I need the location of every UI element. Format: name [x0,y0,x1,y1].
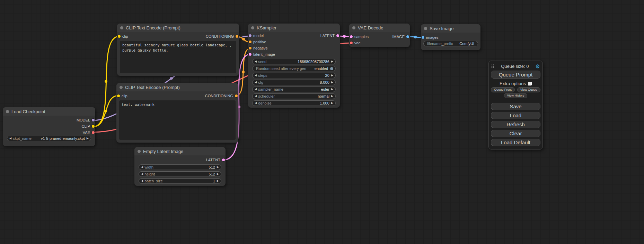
node-title-bar[interactable]: CLIP Text Encode (Prompt) [116,83,238,91]
decrement-arrow-icon[interactable]: ◀ [255,74,257,77]
decrement-arrow-icon[interactable]: ◀ [255,95,257,98]
collapse-dot[interactable] [251,26,254,29]
widget-denoise[interactable]: ◀ denoise 1.000 ▶ [252,100,336,106]
increment-arrow-icon[interactable]: ▶ [331,81,333,84]
decrement-arrow-icon[interactable]: ◀ [141,180,143,182]
input-slot-negative[interactable] [249,47,252,49]
widget-scheduler[interactable]: ◀ scheduler normal ▶ [252,93,336,99]
node-title: CLIP Text Encode (Prompt) [126,25,180,30]
clear-button[interactable]: Clear [491,130,540,137]
widget-random-seed-toggle[interactable]: Random seed after every gen enabled [252,66,336,71]
collapse-dot[interactable] [6,110,9,113]
widget-steps[interactable]: ◀ steps 20 ▶ [252,73,336,78]
save-button[interactable]: Save [491,103,540,110]
refresh-button[interactable]: Refresh [491,121,540,128]
input-slot-vae[interactable] [350,42,353,44]
input-label-latent-image: latent_image [253,52,275,56]
node-title-bar[interactable]: VAE Decode [349,24,410,32]
collapse-dot[interactable] [424,27,427,30]
queue-prompt-button[interactable]: Queue Prompt [491,71,540,79]
output-label-conditioning: CONDITIONING [205,94,233,98]
input-label-images: images [426,35,438,39]
load-default-button[interactable]: Load Default [491,139,540,146]
collapse-dot[interactable] [120,86,123,89]
decrement-arrow-icon[interactable]: ◀ [141,173,143,175]
toggle-knob-icon[interactable] [330,67,333,70]
output-slot-vae[interactable] [92,131,95,134]
decrement-arrow-icon[interactable]: ◀ [255,81,257,84]
widget-height[interactable]: ◀ height 512 ▶ [139,171,221,177]
drag-handle-icon[interactable] [491,64,494,69]
increment-arrow-icon[interactable]: ▶ [331,74,333,77]
increment-arrow-icon[interactable]: ▶ [331,60,333,63]
increment-arrow-icon[interactable]: ▶ [87,137,89,140]
decrement-arrow-icon[interactable]: ◀ [255,60,257,63]
input-label-positive: positive [253,40,266,44]
increment-arrow-icon[interactable]: ▶ [331,95,333,98]
decrement-arrow-icon[interactable]: ◀ [141,166,143,169]
output-slot-clip[interactable] [92,125,95,128]
node-ksampler[interactable]: KSampler model LATENT positive [248,24,340,108]
output-slot-conditioning[interactable] [235,94,238,97]
node-title-bar[interactable]: Save Image [421,24,480,33]
increment-arrow-icon[interactable]: ▶ [217,173,219,175]
input-slot-clip[interactable] [118,35,121,38]
node-title-bar[interactable]: KSampler [248,24,340,32]
increment-arrow-icon[interactable]: ▶ [217,166,219,169]
prompt-textarea[interactable]: text, watermark [119,100,236,140]
node-load-checkpoint[interactable]: Load Checkpoint MODEL CLIP VAE [3,107,95,146]
node-save-image[interactable]: Save Image images filename_prefix ComfyU… [421,24,480,50]
increment-arrow-icon[interactable]: ▶ [217,180,219,182]
node-title: Save Image [430,26,453,31]
widget-cfg[interactable]: ◀ cfg 8.000 ▶ [252,80,336,85]
input-label-model: model [253,34,264,38]
widget-seed[interactable]: ◀ seed 156680208700286 ▶ [252,59,336,64]
input-slot-positive[interactable] [249,40,252,43]
input-slot-latent-image[interactable] [249,53,252,56]
view-queue-button[interactable]: View Queue [517,87,540,92]
increment-arrow-icon[interactable]: ▶ [331,88,333,91]
queue-panel: Queue size: 0 ⚙ Queue Prompt Extra optio… [488,61,543,150]
decrement-arrow-icon[interactable]: ◀ [9,137,11,140]
settings-gear-icon[interactable]: ⚙ [536,64,540,69]
output-slot-image[interactable] [406,35,409,38]
node-title-bar[interactable]: Empty Latent Image [134,147,226,155]
increment-arrow-icon[interactable]: ▶ [331,102,333,105]
output-slot-latent[interactable] [222,159,225,161]
graph-canvas[interactable]: Load Checkpoint MODEL CLIP VAE [0,0,644,244]
widget-width[interactable]: ◀ width 512 ▶ [139,164,221,170]
decrement-arrow-icon[interactable]: ◀ [255,102,257,105]
node-title: Empty Latent Image [143,149,183,154]
node-clip-text-encode-negative[interactable]: CLIP Text Encode (Prompt) clip CONDITION… [116,83,238,143]
output-slot-latent[interactable] [336,34,339,37]
input-slot-clip[interactable] [117,94,120,97]
widget-batch-size[interactable]: ◀ batch_size 1 ▶ [139,178,221,184]
node-empty-latent-image[interactable]: Empty Latent Image LATENT ◀ width 512 ▶ … [134,147,226,186]
node-vae-decode[interactable]: VAE Decode samples IMAGE vae [349,24,410,47]
widget-filename-prefix[interactable]: filename_prefix ComfyUI [423,41,478,46]
extra-options-checkbox[interactable] [528,82,532,85]
output-label-latent: LATENT [320,34,335,38]
input-slot-samples[interactable] [350,35,353,38]
prompt-textarea[interactable]: beautiful scenery nature glass bottle la… [120,41,236,73]
decrement-arrow-icon[interactable]: ◀ [255,88,257,91]
output-slot-model[interactable] [92,119,95,121]
node-title-bar[interactable]: Load Checkpoint [3,107,95,116]
node-title-bar[interactable]: CLIP Text Encode (Prompt) [117,24,239,32]
widget-sampler-name[interactable]: ◀ sampler_name euler ▶ [252,87,336,92]
output-label-model: MODEL [77,118,90,122]
load-button[interactable]: Load [491,112,540,119]
collapse-dot[interactable] [352,26,355,29]
output-slot-conditioning[interactable] [236,35,238,38]
node-title: VAE Decode [358,25,383,30]
input-slot-images[interactable] [422,36,424,39]
node-clip-text-encode-positive[interactable]: CLIP Text Encode (Prompt) clip CONDITION… [117,24,239,76]
collapse-dot[interactable] [138,150,141,153]
input-slot-model[interactable] [249,34,252,37]
widget-ckpt-name[interactable]: ◀ ckpt_name v1-5-pruned-emaonly.ckpt ▶ [7,136,91,141]
link-midpoint-dot [343,35,346,38]
queue-front-button[interactable]: Queue Front [491,87,515,92]
node-title: KSampler [257,25,276,30]
collapse-dot[interactable] [120,26,123,29]
view-history-button[interactable]: View History [504,93,528,98]
